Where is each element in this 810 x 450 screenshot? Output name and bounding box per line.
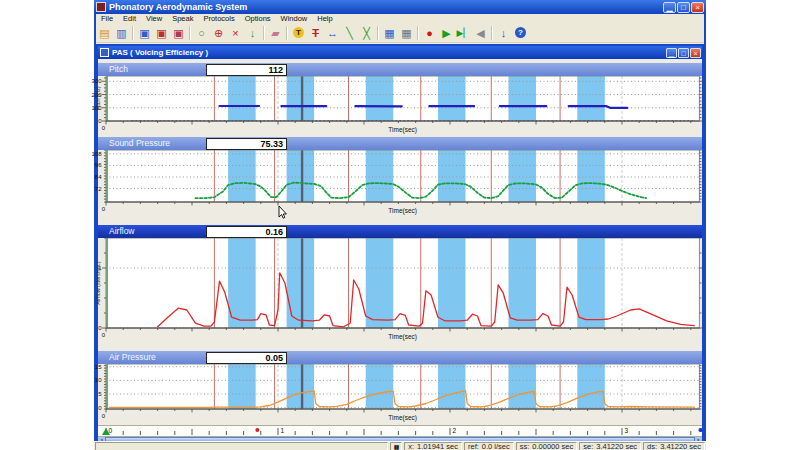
ytick-label: 15 [95,364,102,370]
status-field-label: ds: [647,442,657,450]
x-axis-label: Time(sec) [388,126,417,134]
ytick-label: 300 [91,78,102,84]
panel-header-sound-pressure[interactable]: Sound Pressure75.33 [98,137,702,150]
status-field-ss: ss:0.00000 sec [516,442,577,450]
app-titlebar[interactable]: Phonatory Aerodynamic System ▁ □ × [94,0,706,14]
panel-value-airflow: 0.16 [206,226,287,238]
maximize-button[interactable]: □ [677,2,690,13]
status-field-label: x: [408,442,414,450]
status-field-value: 0.0 l/sec [482,442,510,450]
ytick-label: 84 [95,174,102,180]
chart-pitch[interactable]: 01002003000Time(sec)Pitch (Hz) [98,76,702,133]
toolbar-separator [491,26,493,40]
status-bar: ▮▮x:1.01941 secref:0.0 l/secss:0.00000 s… [94,441,706,450]
y-axis-label: Pitch (Hz) [95,86,101,110]
menu-speak[interactable]: Speak [167,14,198,23]
ruler-label: 3 [625,427,629,434]
menu-window[interactable]: Window [276,14,313,23]
menu-options[interactable]: Options [240,14,276,23]
pause-indicator: ▮▮ [390,442,403,450]
x-origin-label: 0 [102,413,106,419]
expand-horizontal-icon[interactable]: ↔ [325,25,341,41]
doc-maximize-button[interactable]: □ [678,48,689,58]
status-field-label: se: [583,442,593,450]
panel-header-pitch[interactable]: Pitch112 [98,63,702,76]
status-field-value: 1.01941 sec [417,442,458,450]
chart-area: Pitch11201002003000Time(sec)Pitch (Hz)So… [98,59,702,439]
cut-graph-icon[interactable]: ▣ [154,25,170,41]
copy-graph-icon[interactable]: ▣ [137,25,153,41]
save-icon[interactable]: ▥ [114,25,130,41]
play-icon[interactable]: ▶ [439,25,455,41]
time-ruler[interactable]: 0123 [98,425,702,437]
minimize-button[interactable]: ▁ [663,2,676,13]
menu-protocols[interactable]: Protocols [198,14,239,23]
x-origin-label: 0 [102,332,106,338]
chart-air-pressure[interactable]: 0510150Time(sec) [98,364,702,421]
panel-air-pressure: Air Pressure0.050510150Time(sec) [98,351,702,421]
status-field-label: ref: [468,442,479,450]
status-field-value: 3.41220 sec [660,442,701,450]
toolbar-separator [377,26,379,40]
y-axis-label: Airflow (liters/sec) [95,261,101,305]
panel-header-air-pressure[interactable]: Air Pressure0.05 [98,351,702,364]
table-view-icon[interactable]: ▦ [399,25,415,41]
status-field-label: ss: [520,442,530,450]
eraser-icon[interactable]: ▰ [268,25,284,41]
panel-value-pitch: 112 [206,64,287,76]
menu-help[interactable]: Help [312,14,337,23]
speaker-icon[interactable]: ◀ [473,25,489,41]
graph-view-icon[interactable]: ▦ [382,25,398,41]
pas-window-titlebar[interactable]: PAS ( Voicing Efficiency ) ▁ □ × [98,46,702,59]
ruler-label: 1 [281,427,285,434]
ruler-playhead-marker[interactable] [255,428,259,432]
toolbar: ▤▥▣▣▣○⊕×↓▰TT↔╲╳▦▦●▶▶▏◀↓? [96,23,704,43]
chart-airflow[interactable]: 010Time(sec)Airflow (liters/sec) [98,238,702,340]
status-field-ds: ds:3.41220 sec [643,442,705,450]
menu-bar: FileEditViewSpeakProtocolsOptionsWindowH… [96,14,704,23]
goto-marker-icon[interactable]: ↓ [245,25,261,41]
ruler-end-marker[interactable] [698,428,702,432]
paste-graph-icon[interactable]: ▣ [171,25,187,41]
x-axis-label: Time(sec) [388,207,417,215]
delete-icon[interactable]: × [228,25,244,41]
zoom-out-icon[interactable]: ○ [194,25,210,41]
app-window: Phonatory Aerodynamic System ▁ □ × FileE… [94,0,706,450]
panel-airflow: Airflow0.16010Time(sec)Airflow (liters/s… [98,225,702,340]
status-empty-field [95,442,388,450]
toolbar-separator [263,26,265,40]
panel-pitch: Pitch11201002003000Time(sec)Pitch (Hz) [98,63,702,133]
doc-close-button[interactable]: × [690,48,701,58]
draw-slope-icon[interactable]: ╲ [342,25,358,41]
close-button[interactable]: × [691,2,704,13]
menu-file[interactable]: File [96,14,118,23]
help-icon[interactable]: ? [513,25,529,41]
x-origin-label: 0 [102,125,106,131]
ruler-label: 0 [109,427,113,434]
pause-icon: ▮▮ [394,443,399,450]
toolbar-separator [189,26,191,40]
menu-view[interactable]: View [141,14,167,23]
panel-value-sound-pressure: 75.33 [206,138,287,150]
panel-label-air-pressure: Air Pressure [109,352,156,362]
audio-cursor-icon[interactable]: ↓ [496,25,512,41]
help-glyph: ? [515,27,526,38]
open-file-icon[interactable]: ▤ [97,25,113,41]
pas-document-window: PAS ( Voicing Efficiency ) ▁ □ × Pitch11… [96,44,704,441]
record-icon[interactable]: ● [422,25,438,41]
status-field-se: se:3.41220 sec [579,442,641,450]
menu-edit[interactable]: Edit [118,14,141,23]
panel-header-airflow[interactable]: Airflow0.16 [98,225,702,238]
hide-threshold-icon[interactable]: T [308,25,324,41]
panel-label-airflow: Airflow [109,226,135,236]
show-threshold-icon[interactable]: T [291,25,307,41]
ytick-label: 72 [95,186,102,192]
x-axis-label: Time(sec) [388,333,417,341]
zoom-in-icon[interactable]: ⊕ [211,25,227,41]
pas-window-title: PAS ( Voicing Efficiency ) [112,48,666,57]
chart-sound-pressure[interactable]: 7284961080Time(sec) [98,150,702,214]
ytick-label: 108 [91,151,102,157]
play-to-end-icon[interactable]: ▶▏ [456,25,472,41]
doc-minimize-button[interactable]: ▁ [666,48,677,58]
erase-slope-icon[interactable]: ╳ [359,25,375,41]
